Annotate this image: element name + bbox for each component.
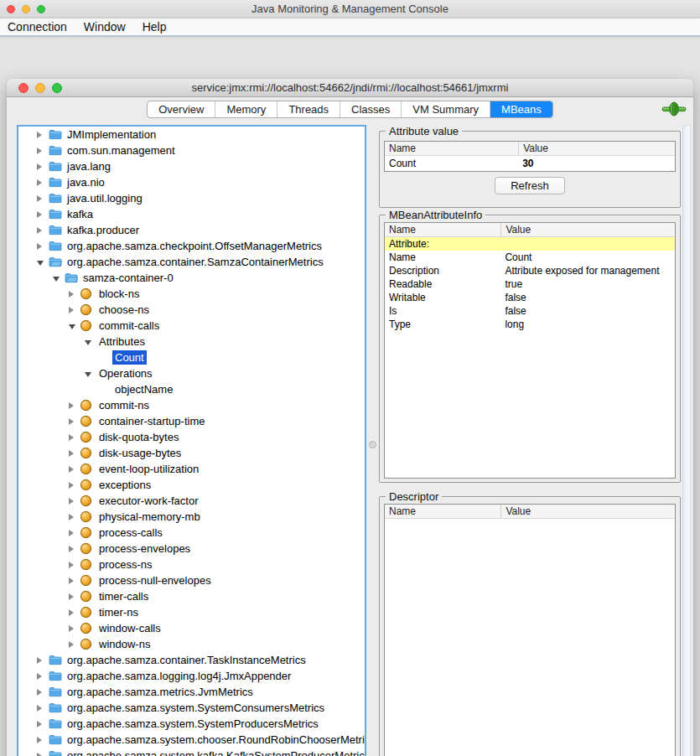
tree-expander-icon[interactable] [69,307,80,313]
tree-expander-icon[interactable] [37,721,49,728]
tree-item[interactable]: choose-ns [18,302,365,318]
tree-expander-icon[interactable] [37,132,49,138]
table-row[interactable]: Readabletrue [385,277,675,291]
tree-item[interactable]: org.apache.samza.system.SystemConsumersM… [18,700,365,716]
tree-item[interactable]: window-ns [18,636,365,652]
tree-expander-icon[interactable] [69,323,80,329]
close-button[interactable] [7,5,15,13]
tree-item[interactable]: org.apache.samza.system.kafka.KafkaSyste… [18,748,365,756]
close-button[interactable] [18,83,29,93]
tab-mbeans[interactable]: MBeans [490,101,552,117]
tree-item[interactable]: container-startup-time [18,413,365,429]
tree-item[interactable]: objectName [18,381,365,397]
tree-expander-icon[interactable] [69,291,80,298]
tree-item[interactable]: org.apache.samza.system.SystemProducersM… [18,716,365,732]
tree-expander-icon[interactable] [37,657,49,664]
tree-expander-icon[interactable] [37,673,49,680]
tree-expander-icon[interactable] [37,689,49,696]
tree-item[interactable]: org.apache.samza.container.SamzaContaine… [18,254,365,270]
minimize-button[interactable] [35,83,45,93]
tree-item[interactable]: process-calls [18,525,365,541]
tree-item[interactable]: block-ns [18,286,365,302]
table-row[interactable]: NameCount [385,251,675,264]
tree-item[interactable]: commit-ns [18,397,365,413]
tree-item[interactable]: exceptions [18,477,365,493]
tree-expander-icon[interactable] [69,466,80,473]
tree-item[interactable]: executor-work-factor [18,493,365,509]
zoom-button[interactable] [52,83,62,93]
tree-item[interactable]: kafka [18,206,365,222]
tree-item[interactable]: com.sun.management [18,142,365,158]
tab-threads[interactable]: Threads [277,101,340,117]
tab-vm-summary[interactable]: VM Summary [402,101,490,117]
tree-expander-icon[interactable] [85,370,96,377]
tree-item[interactable]: Operations [18,365,365,381]
tree-item[interactable]: org.apache.samza.metrics.JvmMetrics [18,684,365,700]
tree-expander-icon[interactable] [69,609,80,616]
menu-help[interactable]: Help [143,20,176,34]
tree-item[interactable]: java.nio [18,174,365,190]
tree-item[interactable]: org.apache.samza.container.TaskInstanceM… [18,652,365,668]
tree-item[interactable]: samza-container-0 [18,270,365,286]
tree-item[interactable]: kafka.producer [18,222,365,238]
tree-expander-icon[interactable] [37,195,49,202]
table-row[interactable]: Isfalse [385,304,675,318]
tab-classes[interactable]: Classes [340,101,402,117]
tree-expander-icon[interactable] [69,498,80,505]
tree-item[interactable]: process-ns [18,557,365,572]
tree-item[interactable]: Count [18,350,365,365]
tree-expander-icon[interactable] [69,577,80,584]
table-row[interactable]: Writablefalse [385,291,675,304]
tree-item[interactable]: disk-quota-bytes [18,429,365,445]
tree-item[interactable]: org.apache.samza.system.chooser.RoundRob… [18,732,365,748]
tree-expander-icon[interactable] [69,450,80,457]
tree-item[interactable]: java.lang [18,158,365,174]
tree-expander-icon[interactable] [37,243,49,250]
tree-expander-icon[interactable] [37,211,49,218]
table-row[interactable]: DescriptionAttribute exposed for managem… [385,264,675,277]
tree-expander-icon[interactable] [37,163,49,170]
tree-expander-icon[interactable] [37,148,49,154]
tree-expander-icon[interactable] [69,434,80,441]
column-header-value[interactable]: Value [518,142,675,155]
tab-memory[interactable]: Memory [215,101,277,117]
scrollbar-track[interactable] [682,125,691,756]
column-header-value[interactable]: Value [500,223,675,236]
tree-expander-icon[interactable] [69,418,80,425]
tree-expander-icon[interactable] [69,641,80,648]
tree-item[interactable]: org.apache.samza.logging.log4j.JmxAppend… [18,668,365,684]
column-header-name[interactable]: Name [385,505,500,518]
tree-expander-icon[interactable] [69,562,80,568]
tree-expander-icon[interactable] [37,737,49,743]
tree-expander-icon[interactable] [53,275,65,282]
tab-overview[interactable]: Overview [148,101,215,117]
tree-expander-icon[interactable] [37,705,49,712]
tree-item[interactable]: Attributes [18,334,365,350]
tree-item[interactable]: physical-memory-mb [18,509,365,525]
tree-item[interactable]: window-calls [18,620,365,636]
column-header-name[interactable]: Name [385,223,500,236]
refresh-button[interactable]: Refresh [495,177,565,194]
tree-item[interactable]: JMImplementation [18,127,365,142]
minimize-button[interactable] [22,5,30,13]
tree-expander-icon[interactable] [69,402,80,409]
tree-expander-icon[interactable] [69,514,80,520]
tree-expander-icon[interactable] [69,593,80,600]
tree-item[interactable]: org.apache.samza.checkpoint.OffsetManage… [18,238,365,254]
tree-item[interactable]: timer-ns [18,604,365,620]
tree-expander-icon[interactable] [85,339,96,345]
tree-expander-icon[interactable] [37,179,49,186]
tree-item[interactable]: disk-usage-bytes [18,445,365,461]
tree-item[interactable]: timer-calls [18,588,365,604]
tree-item[interactable]: process-null-envelopes [18,572,365,588]
table-row[interactable]: Attribute: [385,237,675,251]
menu-window[interactable]: Window [84,20,135,34]
tree-item[interactable]: java.util.logging [18,190,365,206]
table-row[interactable]: Count30 [385,156,675,171]
column-header-value[interactable]: Value [500,505,675,518]
tree-item[interactable]: commit-calls [18,318,365,334]
tree-expander-icon[interactable] [37,227,49,234]
tree-expander-icon[interactable] [69,546,80,552]
zoom-button[interactable] [37,5,45,13]
menu-connection[interactable]: Connection [8,20,76,34]
